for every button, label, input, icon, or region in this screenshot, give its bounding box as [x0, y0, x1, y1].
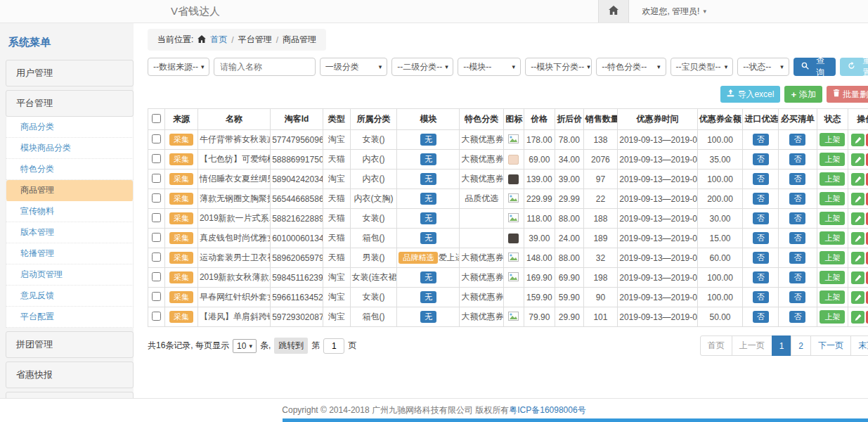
status-badge[interactable]: 上架: [820, 172, 845, 186]
sidebar-item[interactable]: 特色分类: [6, 159, 134, 180]
must-buy-toggle-badge[interactable]: 否: [789, 212, 805, 224]
per-page-select[interactable]: 10 ▾: [233, 339, 257, 353]
user-menu[interactable]: 欢迎您, 管理员! ▾: [629, 0, 868, 23]
sidebar-item[interactable]: 版本管理: [6, 222, 134, 243]
must-buy-toggle-badge[interactable]: 否: [789, 291, 805, 303]
name-search-input[interactable]: [214, 58, 316, 76]
sidebar-item[interactable]: 启动页管理: [6, 264, 134, 286]
select-all-checkbox[interactable]: [152, 114, 161, 123]
edit-button[interactable]: [851, 173, 864, 186]
status-badge[interactable]: 上架: [820, 310, 845, 324]
horizontal-scrollbar[interactable]: [283, 418, 868, 422]
filter-select[interactable]: --特色分类-- ▾: [596, 58, 666, 76]
import-toggle-badge[interactable]: 否: [753, 173, 769, 185]
row-checkbox[interactable]: [152, 193, 161, 203]
page-button[interactable]: 末页: [850, 335, 868, 356]
sidebar-item[interactable]: 消息管理: [6, 392, 134, 398]
status-badge[interactable]: 上架: [820, 212, 845, 225]
filter-select[interactable]: --宝贝类型-- ▾: [671, 58, 734, 76]
import-toggle-badge[interactable]: 否: [753, 291, 769, 303]
row-checkbox[interactable]: [152, 252, 161, 262]
import-toggle-badge[interactable]: 否: [753, 232, 769, 244]
filter-select[interactable]: --状态-- ▾: [737, 58, 789, 76]
jump-button[interactable]: 跳转到: [274, 338, 308, 354]
sidebar-item[interactable]: 宣传物料: [6, 201, 134, 222]
breadcrumb-home-link[interactable]: 首页: [210, 34, 227, 46]
status-badge[interactable]: 上架: [820, 192, 845, 205]
page-button[interactable]: 首页: [700, 335, 732, 356]
import-toggle-badge[interactable]: 否: [753, 193, 769, 205]
page-button[interactable]: 上一页: [732, 335, 772, 356]
row-checkbox[interactable]: [152, 292, 161, 301]
must-buy-toggle-badge[interactable]: 否: [789, 311, 805, 323]
edit-button[interactable]: [851, 291, 864, 304]
page-number-input[interactable]: [323, 338, 344, 354]
row-checkbox[interactable]: [152, 213, 161, 222]
row-checkbox[interactable]: [152, 272, 161, 281]
search-button[interactable]: 查询: [793, 58, 836, 76]
row-checkbox[interactable]: [152, 174, 161, 183]
import-toggle-badge[interactable]: 否: [753, 271, 769, 283]
edit-button[interactable]: [851, 271, 864, 284]
status-badge[interactable]: 上架: [820, 290, 845, 304]
import-toggle-badge[interactable]: 否: [753, 311, 769, 323]
edit-button[interactable]: [851, 252, 864, 264]
row-checkbox[interactable]: [152, 154, 161, 163]
add-button[interactable]: + 添加: [784, 86, 822, 103]
filter-select[interactable]: 一级分类 ▾: [320, 58, 388, 76]
status-badge[interactable]: 上架: [820, 271, 845, 284]
sidebar-item[interactable]: 商品管理: [6, 180, 134, 201]
edit-button[interactable]: [851, 153, 864, 166]
must-buy-toggle-badge[interactable]: 否: [789, 193, 805, 205]
source-cell: 采集: [165, 189, 198, 209]
status-badge[interactable]: 上架: [820, 133, 845, 146]
must-buy-cell: 否: [779, 248, 817, 268]
edit-button[interactable]: [851, 134, 864, 146]
must-buy-toggle-badge[interactable]: 否: [789, 232, 805, 244]
sidebar-item[interactable]: 平台配置: [6, 307, 134, 328]
edit-button[interactable]: [851, 311, 864, 324]
import-toggle-badge[interactable]: 否: [753, 134, 769, 146]
module-badge: 无: [420, 232, 436, 244]
reset-button[interactable]: 重置: [840, 58, 868, 76]
sidebar-item[interactable]: 轮播管理: [6, 243, 134, 264]
import-excel-button[interactable]: 导入excel: [720, 86, 780, 103]
home-button[interactable]: [598, 0, 629, 23]
page-button[interactable]: 1: [772, 335, 792, 356]
edit-button[interactable]: [851, 212, 864, 225]
import-toggle-badge[interactable]: 否: [753, 212, 769, 224]
sidebar-item[interactable]: 用户管理: [6, 60, 134, 87]
filter-select[interactable]: --数据来源-- ▾: [148, 58, 209, 76]
status-badge[interactable]: 上架: [820, 231, 845, 245]
row-select-cell: [148, 150, 165, 170]
batch-delete-button[interactable]: 批量删除: [827, 86, 868, 103]
filter-select[interactable]: --模块下分类-- ▾: [525, 58, 592, 76]
filter-select[interactable]: --二级分类-- ▾: [391, 58, 453, 76]
status-badge[interactable]: 上架: [820, 153, 845, 166]
must-buy-toggle-badge[interactable]: 否: [789, 271, 805, 283]
icp-link[interactable]: 粤ICP备16098006号: [509, 405, 585, 415]
column-header: 进口优选: [743, 109, 779, 130]
sidebar-item[interactable]: 意见反馈: [6, 286, 134, 307]
row-checkbox[interactable]: [152, 233, 161, 242]
sidebar-item[interactable]: 平台管理: [6, 90, 134, 117]
must-buy-toggle-badge[interactable]: 否: [789, 134, 805, 146]
sidebar-item[interactable]: 商品分类: [6, 117, 134, 138]
row-checkbox[interactable]: [152, 134, 161, 143]
page-button[interactable]: 2: [791, 335, 811, 356]
sidebar-item[interactable]: 模块商品分类: [6, 138, 134, 159]
page-button[interactable]: 下一页: [810, 335, 851, 356]
row-checkbox[interactable]: [152, 312, 161, 321]
status-badge[interactable]: 上架: [820, 251, 845, 264]
edit-button[interactable]: [851, 232, 864, 245]
edit-button[interactable]: [851, 193, 864, 205]
sidebar-item[interactable]: 拼团管理: [6, 331, 134, 358]
import-toggle-badge[interactable]: 否: [753, 252, 769, 264]
import-toggle-badge[interactable]: 否: [753, 153, 769, 165]
must-buy-toggle-badge[interactable]: 否: [789, 173, 805, 185]
filter-select[interactable]: --模块-- ▾: [458, 58, 521, 76]
must-buy-toggle-badge[interactable]: 否: [789, 153, 805, 165]
sidebar-item[interactable]: 省惠快报: [6, 362, 134, 388]
coupon-amount-cell: 15.00: [697, 229, 743, 248]
must-buy-toggle-badge[interactable]: 否: [789, 252, 805, 264]
